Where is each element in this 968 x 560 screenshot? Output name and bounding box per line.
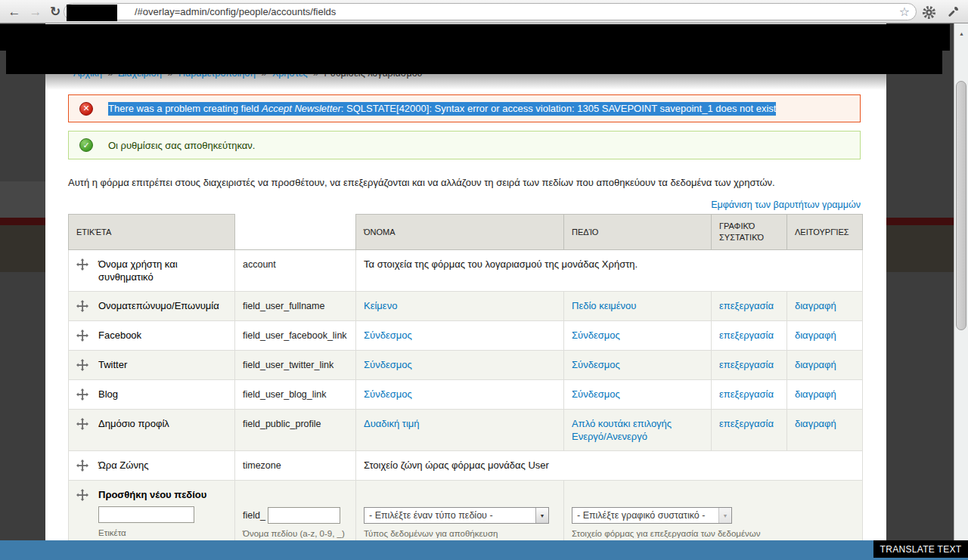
widget-description: Στοιχείο φόρμας για επεξεργασία των δεδο… — [572, 528, 855, 540]
show-row-weights-link[interactable]: Εμφάνιση των βαρυτήτων γραμμών — [711, 200, 861, 210]
widget-link[interactable]: Πεδίο κειμένου — [572, 300, 636, 311]
field-label: Twitter — [98, 358, 127, 371]
wrench-menu-icon[interactable] — [944, 4, 962, 20]
field-machine-name: field_user_facebook_link — [243, 330, 347, 341]
table-row-account: Όνομα χρήστη και συνθηματικό account Τα … — [69, 250, 863, 292]
scrollbar-up-arrow-icon[interactable]: ▲ — [956, 28, 967, 39]
status-message: ✓ Οι ρυθμίσεις σας αποθηκεύτηκαν. — [68, 131, 861, 159]
background-band-olive-right — [886, 225, 954, 272]
field-label: Ώρα Ζώνης — [98, 459, 148, 472]
drupal-overlay-panel: Αρχική » Διαχείριση » Παραμετροποίηση » … — [45, 23, 886, 540]
field-machine-name: field_user_twitter_link — [243, 360, 334, 370]
add-new-field-title: Προσθήκη νέου πεδίου — [98, 488, 206, 501]
bookmark-star-icon[interactable]: ☆ — [899, 5, 910, 19]
drag-handle-icon[interactable] — [76, 258, 88, 271]
drag-handle-icon[interactable] — [76, 359, 88, 371]
table-header-row: ΕΤΙΚΈΤΑ ΌΝΟΜΑ ΠΕΔΊΟ ΓΡΑΦΙΚΌ ΣΥΣΤΑΤΙΚΌ ΛΕ… — [69, 215, 863, 250]
delete-link[interactable]: διαγραφή — [795, 300, 836, 311]
table-row-public-profile: Δημόσιο προφίλ field_public_profile Δυαδ… — [69, 410, 863, 451]
field-type-link[interactable]: Σύνδεσμος — [364, 359, 412, 370]
table-row-blog: Blog field_user_blog_link Σύνδεσμος Σύνδ… — [69, 380, 863, 410]
new-field-machine-input[interactable] — [268, 507, 340, 524]
forward-button[interactable]: → — [26, 2, 45, 21]
delete-link[interactable]: διαγραφή — [795, 388, 836, 400]
status-message-text: Οι ρυθμίσεις σας αποθηκεύτηκαν. — [108, 140, 255, 151]
table-row-twitter: Twitter field_user_twitter_link Σύνδεσμο… — [69, 351, 863, 380]
new-field-machine-description: Όνομα πεδίου (a-z, 0-9, _) — [243, 528, 348, 540]
field-label: Blog — [98, 388, 118, 401]
address-bar[interactable]: /#overlay=admin/config/people/accounts/f… — [64, 3, 917, 20]
overlay-dim-right — [886, 23, 954, 540]
drag-handle-icon[interactable] — [76, 388, 88, 401]
browser-toolbar: ← → ↻ /#overlay=admin/config/people/acco… — [0, 0, 968, 23]
error-field-name: Accept Newsletter — [262, 103, 341, 114]
field-type-link[interactable]: Σύνδεσμος — [364, 388, 412, 400]
drag-handle-icon[interactable] — [76, 300, 88, 312]
widget-link[interactable]: Σύνδεσμος — [572, 330, 620, 341]
header-field: ΠΕΔΊΟ — [564, 215, 712, 250]
url-text: /#overlay=admin/config/people/accounts/f… — [135, 6, 336, 17]
error-message: ✕ There was a problem creating field Acc… — [68, 94, 861, 122]
delete-link[interactable]: διαγραφή — [795, 359, 836, 370]
checkmark-icon: ✓ — [79, 138, 93, 152]
delete-link[interactable]: διαγραφή — [795, 330, 836, 341]
widget-link[interactable]: Σύνδεσμος — [572, 359, 620, 370]
header-operations: ΛΕΙΤΟΥΡΓΊΕΣ — [787, 215, 863, 250]
drag-handle-icon[interactable] — [76, 418, 88, 430]
field-machine-name: timezone — [243, 460, 281, 471]
field-label: Δημόσιο προφίλ — [98, 417, 169, 430]
forward-arrow-icon: → — [29, 5, 42, 20]
table-row-timezone: Ώρα Ζώνης timezone Στοιχείο ζώνη ώρας φό… — [69, 451, 863, 481]
edit-link[interactable]: επεξεργασία — [719, 388, 774, 400]
overlay-dim-left — [0, 23, 45, 540]
edit-link[interactable]: επεξεργασία — [719, 330, 774, 341]
machine-name-prefix: field_ — [243, 509, 265, 522]
select-dropdown-arrow-icon[interactable]: ▼ — [718, 508, 731, 523]
scrollbar-thumb[interactable] — [956, 81, 966, 330]
header-empty — [235, 215, 356, 250]
header-label: ΕΤΙΚΈΤΑ — [69, 215, 235, 250]
field-label: Όνομα χρήστη και συνθηματικό — [98, 258, 227, 283]
widget-link[interactable]: Σύνδεσμος — [572, 388, 620, 400]
redaction-overlay — [6, 29, 942, 74]
edit-link[interactable]: επεξεργασία — [719, 418, 774, 429]
field-label: Facebook — [98, 329, 141, 342]
table-row-facebook: Facebook field_user_facebook_link Σύνδεσ… — [69, 321, 863, 351]
edit-link[interactable]: επεξεργασία — [719, 300, 774, 311]
new-field-label-description: Ετικέτα — [98, 527, 206, 540]
field-machine-name: field_public_profile — [243, 419, 321, 429]
edit-link[interactable]: επεξεργασία — [719, 359, 774, 370]
new-field-label-input[interactable] — [98, 506, 194, 523]
extension-gear-icon[interactable] — [920, 4, 938, 20]
browser-scrollbar[interactable]: ▲ — [954, 23, 968, 540]
table-row-fullname: Ονοματεπώνυμο/Επωνυμία field_user_fullna… — [69, 292, 863, 321]
widget-select[interactable]: - Επιλέξτε γραφικό συστατικό - ▼ — [572, 507, 732, 524]
field-type-link[interactable]: Δυαδική τιμή — [364, 418, 420, 429]
field-type-link[interactable]: Σύνδεσμος — [364, 330, 412, 341]
select-dropdown-arrow-icon[interactable]: ▼ — [535, 508, 548, 523]
field-type-select[interactable]: - Επιλέξτε έναν τύπο πεδίου - ▼ — [364, 507, 549, 524]
back-button[interactable]: ← — [5, 2, 24, 21]
redaction-overlay — [67, 5, 117, 21]
form-description: Αυτή η φόρμα επιτρέπει στους διαχειριστέ… — [68, 177, 861, 188]
drag-handle-icon[interactable] — [76, 330, 88, 342]
reload-icon: ↻ — [50, 4, 60, 20]
field-description: Στοιχείο ζώνη ώρας φόρμας μονάδας User — [364, 459, 549, 471]
drag-handle-icon[interactable] — [76, 489, 88, 501]
drag-handle-icon[interactable] — [76, 459, 88, 472]
field-type-link[interactable]: Κείμενο — [364, 300, 397, 311]
header-widget: ΓΡΑΦΙΚΌ ΣΥΣΤΑΤΙΚΌ — [712, 215, 787, 250]
header-name: ΌΝΟΜΑ — [356, 215, 564, 250]
translate-text-button[interactable]: TRANSLATE TEXT — [873, 540, 968, 558]
background-band-maroon-left — [0, 218, 45, 225]
bottom-bar: TRANSLATE TEXT — [0, 540, 968, 560]
widget-link[interactable]: Απλό κουτάκι επιλογής Ενεργό/Ανενεργό — [572, 418, 672, 442]
table-row-add-new-field: Προσθήκη νέου πεδίου Ετικέτα field_ Όνομ… — [69, 481, 863, 541]
field-machine-name: field_user_blog_link — [243, 389, 327, 400]
field-type-description: Τύπος δεδομένων για αποθήκευση — [364, 528, 556, 540]
error-icon: ✕ — [79, 102, 93, 116]
reload-button[interactable]: ↻ — [45, 2, 65, 21]
field-machine-name: account — [243, 259, 276, 270]
field-machine-name: field_user_fullname — [243, 301, 324, 311]
delete-link[interactable]: διαγραφή — [795, 418, 836, 429]
